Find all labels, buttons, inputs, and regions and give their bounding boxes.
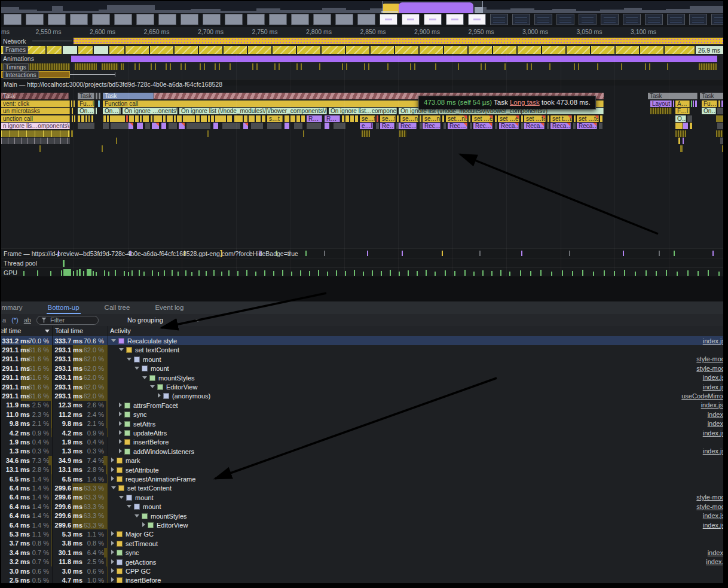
source-link[interactable]: style-mod [696,503,723,510]
table-row[interactable]: 6.4 ms1.4 %299.6 ms63.3 %mountstyle-mod [1,493,723,502]
flame-bar[interactable] [167,115,173,122]
flame-bar[interactable] [1,130,70,137]
tooltip-long-task-link[interactable]: Long task [510,99,540,106]
expand-icon[interactable] [119,412,122,416]
flame-bar[interactable] [675,123,683,129]
frame-segment[interactable] [126,46,149,54]
filmstrip-thumbnail[interactable] [689,14,707,25]
column-separator[interactable] [108,326,108,583]
flame-bar[interactable]: Fu…ll [702,100,717,107]
expand-icon[interactable] [119,439,122,444]
tab-bottom-up[interactable]: Bottom-up [47,301,81,314]
flame-bar[interactable] [183,115,195,122]
flame-bar[interactable] [420,115,421,122]
regex-toggle[interactable]: (*) [11,316,19,324]
table-row[interactable]: 291.1 ms61.6 %293.1 ms62.0 %mountstyle-m… [1,364,723,373]
filmstrip-thumbnail[interactable] [711,14,723,25]
filmstrip-thumbnail[interactable] [601,14,619,25]
flame-bar[interactable] [227,115,232,122]
filmstrip-thumbnail[interactable] [468,14,486,25]
expand-icon[interactable] [119,430,122,435]
flame-bar[interactable] [691,100,692,107]
flame-bar[interactable] [307,123,321,129]
collapse-icon[interactable] [134,514,139,517]
table-row[interactable]: 11.0 ms2.3 %11.2 ms2.4 %syncindex. [1,410,723,419]
flame-bar[interactable] [140,115,142,122]
expand-icon[interactable] [119,403,122,407]
activity-label[interactable]: EditorView [157,522,188,529]
flame-bar[interactable]: set …tent [577,115,599,122]
flame-bar[interactable]: set …tent [524,115,546,122]
flame-bar[interactable] [129,115,134,122]
flame-bar[interactable]: On…) [78,108,94,114]
flame-bar[interactable] [256,115,261,122]
flame-bar[interactable]: Fu…ll [78,100,94,107]
flame-bar[interactable] [680,145,683,152]
collapse-icon[interactable] [111,486,116,489]
filmstrip-thumbnail[interactable] [26,14,44,25]
table-row[interactable]: 291.1 ms61.6 %293.1 ms62.0 %mountStylesi… [1,373,723,382]
flame-bar[interactable] [693,100,694,107]
expand-icon[interactable] [111,531,114,536]
frame-segment[interactable] [346,46,369,54]
frame-segment[interactable] [47,46,62,54]
collapse-icon[interactable] [150,385,155,388]
filmstrip-thumbnail[interactable] [181,14,198,25]
flame-bar[interactable] [249,115,255,122]
flame-bar[interactable] [213,123,218,129]
flame-bar[interactable]: Re…le [380,123,394,129]
source-link[interactable]: useCodeMirror [681,392,723,400]
frame-segment[interactable] [109,46,124,54]
flame-bar[interactable] [39,145,41,152]
flame-bar[interactable]: On…) [702,108,716,114]
expand-icon[interactable] [119,449,122,453]
tab-ummary[interactable]: ummary [1,301,24,314]
table-row[interactable]: 3.2 ms0.7 %11.8 ms2.5 %getActionsindex.j [1,557,723,566]
filmstrip-thumbnail[interactable] [158,14,176,25]
table-row[interactable]: 9.8 ms2.1 %9.8 ms2.1 %setAttrsindex. [1,419,723,428]
table-row[interactable]: 3.0 ms0.6 %3.0 ms0.6 %CPP GC [1,566,723,575]
flame-bar[interactable] [362,130,370,137]
match-case-toggle[interactable]: a [2,316,6,324]
flame-bar[interactable] [91,115,93,122]
flame-bar[interactable] [152,123,159,129]
flame-bar[interactable] [81,115,84,122]
filter-input[interactable]: Filter [36,316,99,325]
flame-bar[interactable] [442,115,444,122]
source-link[interactable]: index.js [703,383,723,391]
source-link[interactable]: index.js [703,374,723,381]
flame-bar[interactable] [88,115,90,122]
frame-segment[interactable] [224,46,247,54]
flame-bar[interactable] [169,123,177,129]
activity-label[interactable]: mountStyles [158,374,195,382]
flame-bar[interactable] [201,115,207,122]
frame-segment[interactable] [150,46,173,54]
expand-icon[interactable] [111,541,114,546]
frame-segment[interactable] [371,46,394,54]
flame-bar[interactable] [110,115,125,122]
table-row[interactable]: 6.4 ms1.4 %299.6 ms63.3 %set textContent [1,483,723,492]
frame-segment[interactable] [248,46,271,54]
flame-bar[interactable] [103,123,109,129]
flame-bar[interactable] [72,108,73,114]
column-separator[interactable] [52,326,53,583]
flame-bar[interactable]: Reca…yle [499,123,519,129]
flame-bar[interactable] [151,115,152,122]
flame-bar[interactable]: n ignore lis…omponents\/) [1,123,70,129]
flame-bar[interactable] [215,115,226,122]
flame-bar[interactable] [470,123,472,129]
activity-label[interactable]: addWindowListeners [133,448,194,455]
table-row[interactable]: 291.1 ms61.6 %293.1 ms62.0 %(anonymous)u… [1,391,723,400]
frame-segment[interactable] [273,46,296,54]
frame-segment[interactable] [518,46,541,54]
activity-label[interactable]: mount [143,503,161,510]
flame-bar[interactable] [420,123,422,129]
flame-bar[interactable] [469,115,470,122]
source-link[interactable]: style-mod [696,493,723,501]
collapse-icon[interactable] [119,348,124,351]
flame-bar[interactable] [377,115,378,122]
flame-bar[interactable]: set …ent [472,115,493,122]
filmstrip-thumbnail[interactable] [313,14,331,25]
collapse-icon[interactable] [111,339,116,342]
flame-bar[interactable] [244,115,247,122]
